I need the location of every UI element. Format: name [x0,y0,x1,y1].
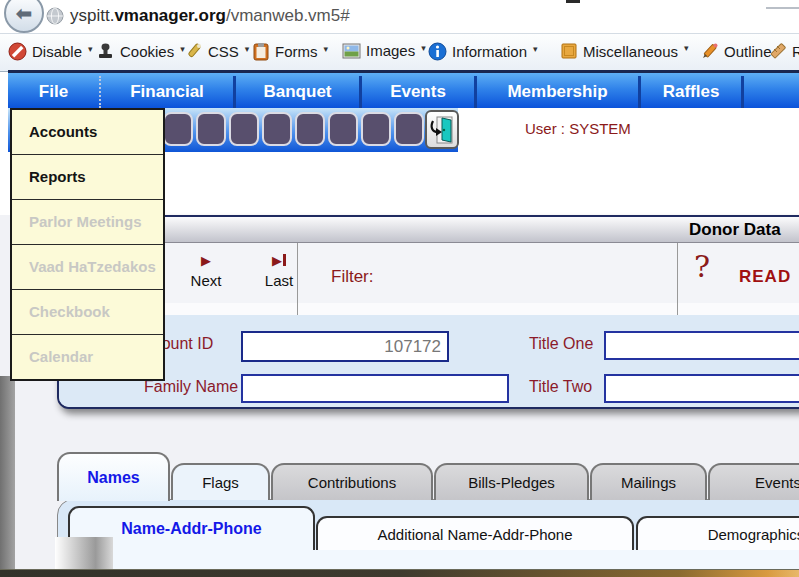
subtab-demographics[interactable]: Demographics [636,516,799,550]
taskbar-edge [0,569,799,577]
css-icon [184,42,203,61]
file-dropdown-menu: Accounts Reports Parlor Meetings Vaad Ha… [10,108,165,381]
chrome-tab-mark [566,0,580,3]
divider [677,243,678,315]
images-icon [342,43,361,59]
help-button[interactable]: ? [694,249,710,284]
toolbar-button[interactable] [262,112,292,146]
back-button[interactable]: ⬅ [4,0,44,33]
address-bar[interactable]: yspitt.vmanager.org/vmanweb.vm5# [70,6,350,26]
devtool-disable[interactable]: Disable▾ [8,42,93,61]
window-edge [0,376,15,570]
tab-flags[interactable]: Flags [171,463,270,500]
filter-label: Filter: [331,267,374,287]
disable-icon [8,42,27,61]
menu-file[interactable]: File [8,76,101,108]
tab-names[interactable]: Names [57,452,170,501]
toolbar-button[interactable] [394,112,424,146]
resize-icon [768,42,787,61]
devtool-miscellaneous[interactable]: Miscellaneous▾ [560,42,689,60]
donor-data-panel: Donor Data ▶ Next ▶ Last Filter: ? READ … [57,215,799,409]
tab-events[interactable]: Events [708,463,799,500]
tab-mailings[interactable]: Mailings [590,463,707,500]
donor-form: Account ID Title One Family Name Title T… [59,315,799,407]
devtool-cookies[interactable]: Cookies▾ [96,42,185,61]
menu-financial[interactable]: Financial [101,76,236,108]
outline-icon [700,42,719,61]
miscellaneous-icon [560,42,578,60]
toolbar-button[interactable] [163,112,193,146]
devtool-resize[interactable]: R [768,42,799,61]
panel-header: Donor Data [59,217,799,243]
record-nav-row: ▶ Next ▶ Last Filter: ? READ [59,243,799,316]
toolbar-button[interactable] [196,112,226,146]
globe-icon [46,7,64,29]
menu-item-reports[interactable]: Reports [12,155,163,200]
menu-item-parlor-meetings: Parlor Meetings [12,200,163,245]
family-name-field[interactable] [241,374,509,403]
subtab-content-area [68,549,799,570]
next-record-button[interactable]: ▶ Next [174,251,238,289]
menu-item-calendar: Calendar [12,335,163,379]
forms-icon [252,42,270,61]
menu-banquet[interactable]: Banquet [236,76,362,108]
exit-button[interactable] [425,110,459,149]
screen: ⬅ yspitt.vmanager.org/vmanweb.vm5# Disab… [0,0,799,577]
mode-status-badge: READ [739,267,791,287]
devtool-css[interactable]: CSS▾ [184,42,249,61]
menu-item-checkbook: Checkbook [12,290,163,335]
devtool-forms[interactable]: Forms▾ [252,42,328,61]
exit-door-icon [429,115,455,145]
toolbar-button[interactable] [229,112,259,146]
devtool-images[interactable]: Images▾ [342,42,426,59]
divider [297,243,298,315]
account-id-field[interactable] [241,331,449,362]
title-two-field[interactable] [604,374,799,403]
panel-shadow [55,537,113,570]
app-menubar: File Financial Banquet Events Membership… [8,70,799,108]
menu-events[interactable]: Events [362,76,477,108]
tab-contributions[interactable]: Contributions [271,463,433,500]
title-one-field[interactable] [604,331,799,360]
toolbar-button[interactable] [295,112,325,146]
toolbar-button[interactable] [328,112,358,146]
webdev-toolbar: Disable▾ Cookies▾ CSS▾ Forms▾ Images▾ In… [0,33,799,72]
subtab-additional-name-addr-phone[interactable]: Additional Name-Addr-Phone [316,516,634,550]
cookies-icon [96,42,115,61]
menu-membership[interactable]: Membership [477,76,641,108]
title-two-label: Title Two [529,378,592,396]
user-label: User : SYSTEM [525,120,631,137]
last-icon: ▶ [272,253,282,268]
toolbar-button[interactable] [361,112,391,146]
page-title: Donor Data [689,220,781,240]
last-record-button[interactable]: ▶ Last [247,251,311,289]
next-icon: ▶ [201,253,211,268]
menu-item-vaad-hatzedakos: Vaad HaTzedakos [12,245,163,290]
title-one-label: Title One [529,335,593,353]
menu-item-accounts[interactable]: Accounts [12,110,163,155]
menu-raffles[interactable]: Raffles [641,76,744,108]
chrome-edge-line [766,7,799,9]
devtool-information[interactable]: Information▾ [428,42,538,61]
information-icon [428,42,447,61]
tab-bills-pledges[interactable]: Bills-Pledges [434,463,589,500]
